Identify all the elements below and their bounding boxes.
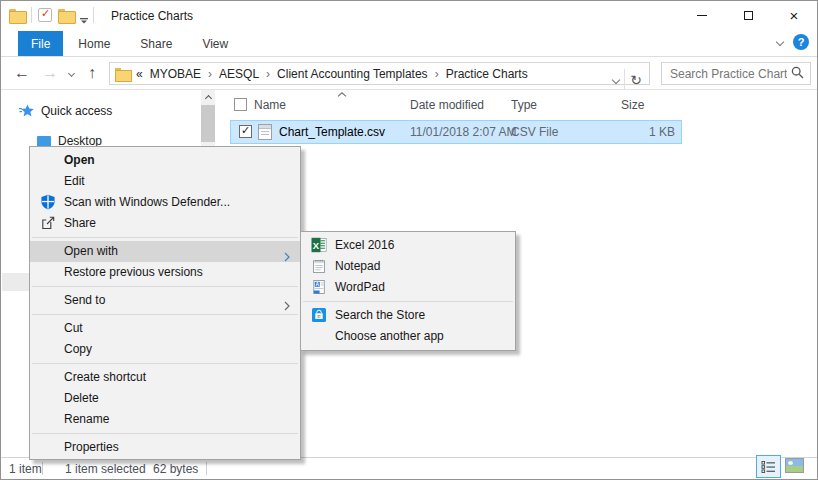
up-button[interactable]: ↑ — [81, 60, 103, 86]
column-headers: Name Date modified Type Size — [219, 92, 817, 117]
notepad-icon — [311, 258, 327, 274]
tab-view[interactable]: View — [187, 31, 243, 56]
menu-item-restore-versions[interactable]: Restore previous versions — [30, 262, 300, 283]
tab-file-label: File — [31, 37, 50, 51]
menu-item-label: Copy — [64, 342, 92, 356]
menu-separator — [303, 301, 513, 302]
help-button[interactable]: ? — [793, 34, 809, 50]
app-folder-icon[interactable] — [9, 9, 25, 22]
desktop-icon — [37, 136, 51, 147]
menu-item-label: Delete — [64, 391, 99, 405]
menu-separator — [32, 237, 298, 238]
address-dropdown-icon[interactable] — [612, 75, 620, 83]
menu-item-copy[interactable]: Copy — [30, 339, 300, 360]
submenu-item-notepad[interactable]: Notepad — [301, 256, 515, 277]
breadcrumb-overflow[interactable]: « — [136, 67, 143, 81]
breadcrumb-separator-icon[interactable]: › — [266, 67, 270, 81]
status-divider — [206, 462, 207, 475]
quick-access-toolbar: ✓ — [9, 7, 94, 23]
menu-item-open[interactable]: Open — [30, 150, 300, 171]
submenu-item-search-store[interactable]: Search the Store — [301, 305, 515, 326]
qat-caret-icon[interactable] — [80, 13, 87, 17]
properties-check-icon[interactable]: ✓ — [38, 8, 52, 22]
column-header-name[interactable]: Name — [254, 98, 286, 112]
scrollbar-up-arrow[interactable] — [201, 90, 215, 106]
status-item-count: 1 item — [9, 462, 42, 476]
status-selection-size: 62 bytes — [153, 462, 198, 476]
help-icon: ? — [798, 36, 805, 48]
minimize-button[interactable] — [679, 1, 725, 30]
menu-item-cut[interactable]: Cut — [30, 318, 300, 339]
menu-item-open-with[interactable]: Open with — [30, 241, 300, 262]
breadcrumb-separator-icon[interactable]: › — [208, 67, 212, 81]
status-selection: 1 item selected — [65, 462, 146, 476]
recent-locations-button[interactable] — [64, 60, 78, 86]
submenu-item-label: WordPad — [335, 280, 385, 294]
sidebar-selected-item-partial[interactable] — [2, 273, 29, 291]
breadcrumb-separator-icon[interactable]: › — [435, 67, 439, 81]
column-header-date-modified[interactable]: Date modified — [410, 98, 484, 112]
tab-file[interactable]: File — [18, 31, 63, 56]
close-icon: × — [790, 8, 799, 23]
explorer-window: ✓ Practice Charts × File Home Share View… — [0, 0, 818, 480]
tab-share[interactable]: Share — [125, 31, 187, 56]
submenu-item-wordpad[interactable]: A WordPad — [301, 277, 515, 298]
breadcrumb-item[interactable]: MYOBAE — [150, 67, 201, 81]
menu-item-label: Scan with Windows Defender... — [64, 195, 230, 209]
context-menu: Open Edit Scan with Windows Defender... … — [29, 146, 301, 460]
column-header-size[interactable]: Size — [621, 98, 644, 112]
submenu-item-choose-another-app[interactable]: Choose another app — [301, 326, 515, 347]
forward-icon: → — [42, 64, 58, 82]
store-icon — [311, 307, 327, 323]
submenu-item-label: Excel 2016 — [335, 238, 394, 252]
submenu-arrow-icon — [284, 297, 290, 318]
ribbon-collapse-icon[interactable] — [776, 38, 784, 46]
sidebar-item-label: Quick access — [41, 104, 112, 118]
row-checkbox[interactable]: ✓ — [239, 125, 252, 138]
titlebar: ✓ Practice Charts × — [1, 1, 817, 31]
search-icon[interactable] — [791, 66, 804, 82]
details-view-button[interactable] — [756, 455, 781, 478]
menu-item-rename[interactable]: Rename — [30, 409, 300, 430]
excel-icon: X — [311, 237, 327, 253]
breadcrumb-item[interactable]: Client Accounting Templates — [277, 67, 428, 81]
submenu-item-excel[interactable]: X Excel 2016 — [301, 235, 515, 256]
menu-item-properties[interactable]: Properties — [30, 437, 300, 458]
search-input[interactable] — [662, 67, 791, 81]
svg-text:X: X — [313, 240, 320, 251]
up-icon: ↑ — [88, 64, 96, 82]
menu-item-edit[interactable]: Edit — [30, 171, 300, 192]
menu-item-create-shortcut[interactable]: Create shortcut — [30, 367, 300, 388]
menu-item-scan-defender[interactable]: Scan with Windows Defender... — [30, 192, 300, 213]
menu-item-label: Properties — [64, 440, 119, 454]
breadcrumb-item[interactable]: AESQL — [219, 67, 259, 81]
menu-item-share[interactable]: Share — [30, 213, 300, 234]
forward-button[interactable]: → — [39, 60, 61, 86]
address-bar[interactable]: « MYOBAE › AESQL › Client Accounting Tem… — [109, 62, 650, 85]
submenu-item-label: Search the Store — [335, 308, 425, 322]
select-all-checkbox[interactable] — [234, 98, 247, 111]
defender-shield-icon — [40, 194, 56, 210]
breadcrumb-item[interactable]: Practice Charts — [446, 67, 528, 81]
file-size: 1 KB — [581, 125, 675, 139]
refresh-icon[interactable]: ↻ — [630, 72, 649, 88]
new-folder-icon[interactable] — [58, 9, 74, 22]
maximize-button[interactable] — [725, 1, 771, 30]
sidebar-item-quick-access[interactable]: Quick access — [19, 104, 112, 118]
column-header-type[interactable]: Type — [511, 98, 537, 112]
tab-home[interactable]: Home — [63, 31, 125, 56]
menu-item-send-to[interactable]: Send to — [30, 290, 300, 311]
menu-separator — [32, 286, 298, 287]
address-bar-controls: ↻ — [613, 68, 649, 91]
close-button[interactable]: × — [771, 1, 817, 30]
file-row-selected[interactable]: ✓ Chart_Template.csv 11/01/2018 2:07 AM … — [230, 120, 682, 144]
share-icon — [40, 215, 56, 231]
menu-item-delete[interactable]: Delete — [30, 388, 300, 409]
back-button[interactable]: ← — [11, 60, 33, 86]
open-with-submenu: X Excel 2016 Notepad A WordPad Search th… — [300, 231, 516, 351]
menu-item-label: Edit — [64, 174, 85, 188]
file-date-modified: 11/01/2018 2:07 AM — [410, 125, 517, 139]
scrollbar-thumb[interactable] — [201, 105, 215, 142]
thumbnail-view-button[interactable] — [785, 458, 804, 473]
status-divider — [42, 462, 43, 475]
